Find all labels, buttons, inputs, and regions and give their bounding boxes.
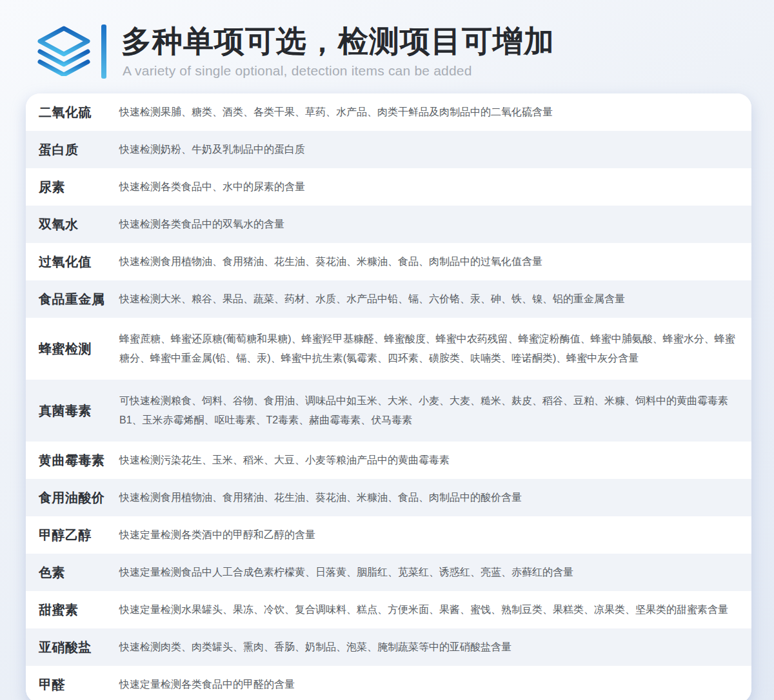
table-row: 甲醛 快速定量检测各类食品中的甲醛的含量: [26, 666, 751, 700]
layers-stack-icon: [36, 26, 92, 76]
table-row: 二氧化硫 快速检测果脯、糖类、酒类、各类干果、草药、水产品、肉类干鲜品及肉制品中…: [26, 93, 751, 131]
row-description: 快速检测各类食品中、水中的尿素的含量: [119, 177, 742, 197]
row-label: 蜂蜜检测: [39, 340, 119, 358]
row-description: 可快速检测粮食、饲料、谷物、食用油、调味品中如玉米、大米、小麦、大麦、糙米、麸皮…: [119, 391, 742, 430]
row-label: 二氧化硫: [39, 104, 119, 121]
row-description: 快速定量检测各类酒中的甲醇和乙醇的含量: [119, 525, 742, 545]
row-description: 快速检测各类食品中的双氧水的含量: [119, 215, 742, 234]
table-row: 食品重金属 快速检测大米、粮谷、果品、蔬菜、药材、水质、水产品中铅、镉、六价铬、…: [26, 280, 751, 318]
row-description: 快速检测食用植物油、食用猪油、花生油、葵花油、米糠油、食品、肉制品中的酸价含量: [119, 488, 742, 507]
row-label: 黄曲霉毒素: [39, 452, 119, 469]
row-label: 过氧化值: [39, 253, 119, 271]
table-row: 蜂蜜检测 蜂蜜蔗糖、蜂蜜还原糖(葡萄糖和果糖)、蜂蜜羟甲基糠醛、蜂蜜酸度、蜂蜜中…: [26, 318, 751, 380]
table-row: 尿素 快速检测各类食品中、水中的尿素的含量: [26, 168, 751, 206]
table-row: 甲醇乙醇 快速定量检测各类酒中的甲醇和乙醇的含量: [26, 516, 751, 554]
title-accent-bar: [101, 24, 106, 79]
row-label: 甜蜜素: [39, 601, 119, 619]
row-description: 快速检测食用植物油、食用猪油、花生油、葵花油、米糠油、食品、肉制品中的过氧化值含…: [119, 252, 742, 271]
detection-items-table: 二氧化硫 快速检测果脯、糖类、酒类、各类干果、草药、水产品、肉类干鲜品及肉制品中…: [26, 93, 751, 700]
row-description: 蜂蜜蔗糖、蜂蜜还原糖(葡萄糖和果糖)、蜂蜜羟甲基糠醛、蜂蜜酸度、蜂蜜中农药残留、…: [119, 329, 742, 368]
row-description: 快速定量检测各类食品中的甲醛的含量: [119, 675, 742, 694]
row-label: 色素: [39, 564, 119, 581]
row-label: 甲醇乙醇: [39, 527, 119, 544]
row-label: 双氧水: [39, 216, 119, 233]
table-row: 亚硝酸盐 快速检测肉类、肉类罐头、熏肉、香肠、奶制品、泡菜、腌制蔬菜等中的亚硝酸…: [26, 628, 751, 666]
row-description: 快速检测果脯、糖类、酒类、各类干果、草药、水产品、肉类干鲜品及肉制品中的二氧化硫…: [119, 102, 742, 122]
table-row: 黄曲霉毒素 快速检测污染花生、玉米、稻米、大豆、小麦等粮油产品中的黄曲霉毒素: [26, 442, 751, 479]
row-description: 快速检测肉类、肉类罐头、熏肉、香肠、奶制品、泡菜、腌制蔬菜等中的亚硝酸盐含量: [119, 637, 742, 657]
row-label: 食用油酸价: [39, 489, 119, 507]
page-title: 多种单项可选，检测项目可增加: [121, 21, 555, 62]
row-label: 食品重金属: [39, 291, 119, 308]
table-row: 蛋白质 快速检测奶粉、牛奶及乳制品中的蛋白质: [26, 131, 751, 168]
table-row: 过氧化值 快速检测食用植物油、食用猪油、花生油、葵花油、米糠油、食品、肉制品中的…: [26, 243, 751, 280]
page-subtitle: A variety of single optional, detection …: [123, 63, 472, 79]
row-description: 快速定量检测食品中人工合成色素柠檬黄、日落黄、胭脂红、苋菜红、诱惑红、亮蓝、赤藓…: [119, 563, 742, 582]
row-description: 快速定量检测水果罐头、果冻、冷饮、复合调味料、糕点、方便米面、果酱、蜜饯、熟制豆…: [119, 600, 742, 619]
row-label: 蛋白质: [39, 141, 119, 159]
row-label: 尿素: [39, 179, 119, 196]
table-row: 色素 快速定量检测食品中人工合成色素柠檬黄、日落黄、胭脂红、苋菜红、诱惑红、亮蓝…: [26, 554, 751, 591]
table-row: 甜蜜素 快速定量检测水果罐头、果冻、冷饮、复合调味料、糕点、方便米面、果酱、蜜饯…: [26, 591, 751, 628]
row-description: 快速检测大米、粮谷、果品、蔬菜、药材、水质、水产品中铅、镉、六价铬、汞、砷、铁、…: [119, 289, 742, 309]
row-label: 真菌毒素: [39, 402, 119, 420]
table-row: 真菌毒素 可快速检测粮食、饲料、谷物、食用油、调味品中如玉米、大米、小麦、大麦、…: [26, 380, 751, 442]
row-description: 快速检测污染花生、玉米、稻米、大豆、小麦等粮油产品中的黄曲霉毒素: [119, 451, 742, 470]
table-row: 食用油酸价 快速检测食用植物油、食用猪油、花生油、葵花油、米糠油、食品、肉制品中…: [26, 479, 751, 516]
row-label: 甲醛: [39, 676, 119, 694]
row-description: 快速检测奶粉、牛奶及乳制品中的蛋白质: [119, 140, 742, 159]
table-row: 双氧水 快速检测各类食品中的双氧水的含量: [26, 206, 751, 243]
header: 多种单项可选，检测项目可增加 A variety of single optio…: [0, 0, 774, 93]
row-label: 亚硝酸盐: [39, 639, 119, 656]
